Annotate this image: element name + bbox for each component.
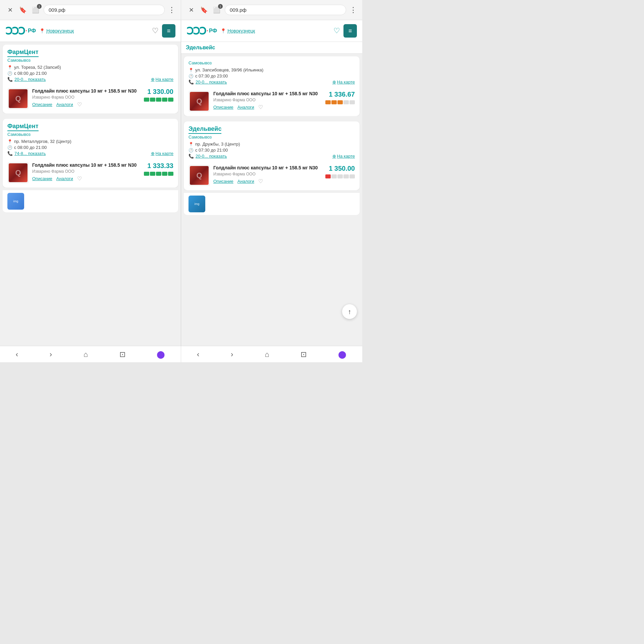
delivery-type-2: Самовывоз <box>7 132 173 137</box>
peek-image-left: img <box>7 193 24 210</box>
bar-16 <box>325 174 331 178</box>
map-link-1[interactable]: ⊕ На карте <box>151 77 173 82</box>
product-price-2: 1 333.33 <box>147 162 173 170</box>
bar-12 <box>331 100 337 104</box>
bar-10 <box>168 172 173 176</box>
pharmacy-hours-2: 🕐 с 08:00 до 21:00 <box>7 145 173 150</box>
logo-circles-right: ƆƆƆ <box>186 25 206 37</box>
bookmark-left[interactable]: 🔖 <box>18 5 28 15</box>
description-link-3[interactable]: Описание <box>213 105 233 110</box>
nav-home-left[interactable]: ⌂ <box>84 350 88 359</box>
nav-assistant-right[interactable]: ⬤ <box>338 350 346 359</box>
product-wishlist-2[interactable]: ♡ <box>77 175 82 182</box>
city-left: Новокузнецк <box>46 28 74 34</box>
assistant-icon-right: ⬤ <box>338 350 346 359</box>
location-button-left[interactable]: 📍 Новокузнецк <box>39 28 74 34</box>
peek-image-right: img <box>189 196 205 212</box>
scroll-to-top-button[interactable]: ↑ <box>342 304 357 319</box>
url-bar-left[interactable]: 009.рф <box>44 5 165 15</box>
nav-forward-left[interactable]: › <box>50 350 52 359</box>
product-actions-4: Описание Аналоги ♡ <box>213 178 322 184</box>
menu-button-right[interactable]: ≡ <box>343 24 357 38</box>
more-options-left[interactable]: ⋮ <box>168 6 175 14</box>
logo-rf-right: РФ <box>209 28 217 34</box>
forward-icon-left: › <box>50 350 52 359</box>
product-card-1: Голдлайн плюс капсулы 10 мг + 158.5 мг N… <box>7 85 173 113</box>
bar-11 <box>325 100 331 104</box>
bar-2 <box>150 98 155 102</box>
phone-row-2: 📞 74-8... показать ⊕ На карте <box>7 151 173 156</box>
bottom-nav-right: ‹ › ⌂ ⊡ ⬤ <box>181 346 362 362</box>
nav-forward-right[interactable]: › <box>231 350 233 359</box>
analogs-link-2[interactable]: Аналоги <box>56 176 73 181</box>
wishlist-button-left[interactable]: ♡ <box>152 26 159 35</box>
pharmacy-card-3: Самовывоз 📍 ул. Запсибовцев, 39/96 (Ильи… <box>184 56 360 116</box>
description-link-2[interactable]: Описание <box>32 176 52 181</box>
bar-5 <box>168 98 173 102</box>
product-actions-2: Описание Аналоги ♡ <box>32 175 141 182</box>
bar-1 <box>144 98 149 102</box>
logo-rf-left: РФ <box>28 28 36 34</box>
map-link-2[interactable]: ⊕ На карте <box>151 151 173 156</box>
product-name-4: Голдлайн плюс капсулы 10 мг + 158.5 мг N… <box>213 165 322 171</box>
pharmacy-name-4: Эдельвейс <box>189 125 221 134</box>
analogs-link-1[interactable]: Аналоги <box>56 102 73 107</box>
product-name-2: Голдлайн плюс капсулы 10 мг + 158.5 мг N… <box>32 162 141 168</box>
pharmacy-card-1: ФармЦент Самовывоз 📍 ул. Тореза, 52 (Зап… <box>3 45 178 113</box>
phone-left-1: 📞 20-0... показать <box>7 77 46 82</box>
pharmacy-address-2: 📍 пр. Металлургов, 32 (Центр) <box>7 139 173 144</box>
description-link-4[interactable]: Описание <box>213 179 233 184</box>
nav-home-right[interactable]: ⌂ <box>265 350 269 359</box>
product-image-1 <box>7 88 29 109</box>
bar-19 <box>343 174 349 178</box>
tabs-icon-left: ⊡ <box>119 350 125 359</box>
bar-9 <box>162 172 167 176</box>
map-link-3[interactable]: ⊕ На карте <box>332 79 355 85</box>
tab-badge-left[interactable]: ⬜ 1 <box>31 5 40 15</box>
stock-bar-3 <box>325 100 355 104</box>
more-options-right[interactable]: ⋮ <box>350 6 357 14</box>
product-image-3 <box>189 91 210 112</box>
bottom-nav-left: ‹ › ⌂ ⊡ ⬤ <box>0 346 181 362</box>
product-manufacturer-3: Изварино Фарма ООО <box>213 98 322 102</box>
product-img-inner-4 <box>190 166 209 185</box>
bookmark-right[interactable]: 🔖 <box>199 5 209 15</box>
nav-assistant-left[interactable]: ⬤ <box>157 350 165 359</box>
bar-8 <box>156 172 161 176</box>
nav-tabs-right[interactable]: ⊡ <box>301 350 307 359</box>
product-right-3: 1 336.67 <box>325 91 355 104</box>
map-link-4[interactable]: ⊕ На карте <box>332 154 355 159</box>
menu-button-left[interactable]: ≡ <box>162 24 175 38</box>
close-tab-left[interactable]: ✕ <box>5 5 15 15</box>
delivery-type-4: Самовывоз <box>189 135 355 140</box>
tab-badge-right[interactable]: ⬜ 1 <box>212 5 221 15</box>
phone-link-4[interactable]: 20-0... показать <box>196 154 227 159</box>
address-icon-4: 📍 <box>189 142 194 147</box>
nav-tabs-left[interactable]: ⊡ <box>119 350 125 359</box>
pharmacy-address-4: 📍 пр. Дружбы, 3 (Центр) <box>189 142 355 147</box>
url-bar-right[interactable]: 009.рф <box>225 5 346 15</box>
description-link-1[interactable]: Описание <box>32 102 52 107</box>
pharmacy-hours-3: 🕐 с 07:30 до 23:00 <box>189 73 355 78</box>
product-wishlist-4[interactable]: ♡ <box>258 178 263 184</box>
nav-back-right[interactable]: ‹ <box>197 350 199 359</box>
product-wishlist-3[interactable]: ♡ <box>258 104 263 110</box>
phone-link-3[interactable]: 20-0... показать <box>196 79 227 85</box>
bottom-peek-left: img <box>3 190 178 212</box>
analogs-link-3[interactable]: Аналоги <box>237 105 254 110</box>
pharmacy-address-3: 📍 ул. Запсибовцев, 39/96 (Ильинка) <box>189 67 355 72</box>
analogs-link-4[interactable]: Аналоги <box>237 179 254 184</box>
delivery-type-3-top: Самовывоз <box>189 60 355 65</box>
bar-20 <box>350 174 355 178</box>
phone-link-1[interactable]: 20-0... показать <box>14 77 46 82</box>
product-img-inner-2 <box>9 163 28 182</box>
product-card-3: Голдлайн плюс капсулы 10 мг + 158.5 мг N… <box>189 87 355 116</box>
wishlist-button-right[interactable]: ♡ <box>333 26 340 35</box>
nav-back-left[interactable]: ‹ <box>16 350 18 359</box>
bar-7 <box>150 172 155 176</box>
phone-link-2[interactable]: 74-8... показать <box>14 151 46 156</box>
location-button-right[interactable]: 📍 Новокузнецк <box>220 28 255 34</box>
product-wishlist-1[interactable]: ♡ <box>77 101 82 108</box>
close-tab-right[interactable]: ✕ <box>186 5 196 15</box>
product-details-2: Голдлайн плюс капсулы 10 мг + 158.5 мг N… <box>32 162 141 182</box>
